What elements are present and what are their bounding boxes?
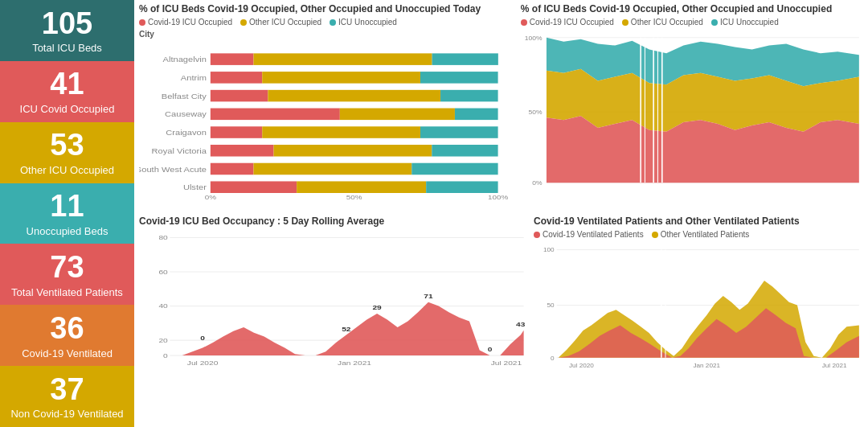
- legend-covid-icu-dot: [139, 19, 145, 26]
- stat-other-occupied-number: 53: [50, 129, 84, 162]
- stat-total-ventilated-number: 73: [50, 251, 84, 285]
- legend-br-other-dot: [652, 232, 658, 238]
- svg-rect-26: [211, 163, 254, 175]
- svg-rect-19: [455, 109, 498, 121]
- svg-rect-13: [420, 72, 498, 84]
- legend-icu-unoccupied: ICU Unoccupied: [330, 18, 397, 27]
- svg-text:Causeway: Causeway: [165, 111, 207, 118]
- bottom-right-svg: 100 50 0 Jul 2020 Jan 2021 Jul 2021: [534, 242, 863, 369]
- stat-covid-occupied-number: 41: [50, 68, 84, 101]
- svg-rect-21: [262, 126, 420, 138]
- svg-text:0: 0: [163, 352, 168, 359]
- stat-non-covid-ventilated-label: Non Covid-19 Ventilated: [10, 408, 123, 420]
- bottom-left-title: Covid-19 ICU Bed Occupancy : 5 Day Rolli…: [139, 216, 529, 227]
- svg-text:Jul 2020: Jul 2020: [187, 360, 219, 367]
- stat-other-occupied-label: Other ICU Occupied: [20, 164, 114, 176]
- svg-text:Craigavon: Craigavon: [166, 129, 207, 137]
- svg-rect-12: [262, 72, 420, 84]
- legend-other-icu-label: Other ICU Occupied: [249, 18, 321, 27]
- svg-text:Altnagelvin: Altnagelvin: [163, 56, 207, 64]
- svg-text:50%: 50%: [528, 109, 542, 117]
- svg-rect-28: [411, 163, 497, 175]
- svg-rect-14: [211, 90, 268, 102]
- city-filter-row: City: [139, 30, 516, 39]
- svg-text:71: 71: [424, 293, 432, 299]
- legend-tr-covid-dot: [521, 19, 527, 26]
- stat-covid-ventilated-number: 36: [50, 312, 84, 346]
- legend-br-covid: Covid-19 Ventilated Patients: [534, 230, 644, 239]
- svg-text:20: 20: [158, 337, 167, 343]
- legend-icu-unoccupied-label: ICU Unoccupied: [338, 18, 397, 27]
- legend-tr-other: Other ICU Occupied: [622, 18, 703, 27]
- sidebar: 105 Total ICU Beds 41 ICU Covid Occupied…: [0, 0, 134, 427]
- svg-text:29: 29: [372, 305, 381, 311]
- legend-br-other: Other Ventilated Patients: [652, 230, 750, 239]
- svg-rect-15: [268, 90, 440, 102]
- legend-tr-covid-label: Covid-19 ICU Occupied: [530, 18, 614, 27]
- stat-covid-occupied-label: ICU Covid Occupied: [20, 103, 115, 115]
- bottom-row: Covid-19 ICU Bed Occupancy : 5 Day Rolli…: [139, 216, 863, 424]
- svg-text:Jan 2021: Jan 2021: [693, 362, 720, 369]
- stat-non-covid-ventilated-number: 37: [50, 373, 84, 407]
- legend-tr-other-label: Other ICU Occupied: [631, 18, 703, 27]
- bottom-left-chart: Covid-19 ICU Bed Occupancy : 5 Day Rolli…: [139, 216, 529, 424]
- stat-non-covid-ventilated: 37 Non Covid-19 Ventilated: [0, 366, 134, 427]
- top-right-chart: % of ICU Beds Covid-19 Occupied, Other O…: [521, 3, 863, 212]
- svg-text:0%: 0%: [532, 179, 542, 187]
- bottom-right-chart: Covid-19 Ventilated Patients and Other V…: [534, 216, 863, 424]
- main-content: % of ICU Beds Covid-19 Occupied, Other O…: [134, 0, 868, 427]
- svg-rect-11: [211, 72, 262, 84]
- svg-text:40: 40: [158, 303, 167, 310]
- top-left-chart: % of ICU Beds Covid-19 Occupied, Other O…: [139, 3, 516, 212]
- svg-rect-8: [211, 53, 254, 65]
- stat-total-icu-number: 105: [42, 7, 92, 41]
- legend-other-icu-dot: [240, 19, 247, 26]
- top-left-chart-title: % of ICU Beds Covid-19 Occupied, Other O…: [139, 3, 516, 14]
- top-row: % of ICU Beds Covid-19 Occupied, Other O…: [139, 3, 863, 212]
- legend-other-icu: Other ICU Occupied: [240, 18, 321, 27]
- stat-unoccupied: 11 Unoccupied Beds: [0, 183, 134, 244]
- legend-covid-icu-label: Covid-19 ICU Occupied: [148, 18, 232, 27]
- stat-total-icu-label: Total ICU Beds: [32, 42, 102, 54]
- svg-text:Antrim: Antrim: [181, 74, 207, 81]
- svg-text:100%: 100%: [488, 194, 509, 200]
- svg-text:0: 0: [200, 335, 205, 341]
- svg-rect-18: [340, 109, 455, 121]
- svg-rect-24: [274, 145, 432, 157]
- bar-chart-svg: Altnagelvin Antrim Belfast City Causeway…: [139, 40, 516, 201]
- top-left-legend: Covid-19 ICU Occupied Other ICU Occupied…: [139, 18, 516, 27]
- stat-total-ventilated: 73 Total Ventilated Patients: [0, 244, 134, 305]
- bottom-right-title: Covid-19 Ventilated Patients and Other V…: [534, 216, 863, 227]
- svg-rect-25: [432, 145, 497, 157]
- stat-covid-occupied: 41 ICU Covid Occupied: [0, 61, 134, 122]
- stat-unoccupied-label: Unoccupied Beds: [27, 225, 108, 237]
- top-right-svg: 100% 50% 0%: [521, 30, 863, 187]
- legend-tr-covid: Covid-19 ICU Occupied: [521, 18, 614, 27]
- svg-text:Ulster: Ulster: [183, 184, 207, 191]
- svg-text:Royal Victoria: Royal Victoria: [152, 147, 207, 154]
- svg-text:43: 43: [516, 321, 525, 327]
- svg-text:0%: 0%: [205, 194, 217, 200]
- stat-unoccupied-number: 11: [50, 190, 84, 224]
- top-right-chart-title: % of ICU Beds Covid-19 Occupied, Other O…: [521, 3, 863, 14]
- svg-rect-9: [253, 53, 432, 65]
- legend-covid-icu: Covid-19 ICU Occupied: [139, 18, 232, 27]
- stat-total-ventilated-label: Total Ventilated Patients: [11, 286, 123, 298]
- svg-rect-31: [426, 181, 497, 193]
- stat-total-icu: 105 Total ICU Beds: [0, 0, 134, 61]
- stat-covid-ventilated: 36 Covid-19 Ventilated: [0, 305, 134, 366]
- svg-text:South West Acute: South West Acute: [139, 166, 207, 173]
- svg-text:Jul 2021: Jul 2021: [822, 362, 848, 369]
- svg-text:100%: 100%: [525, 35, 542, 42]
- svg-rect-20: [211, 126, 262, 138]
- svg-text:80: 80: [158, 235, 167, 241]
- svg-text:50%: 50%: [346, 194, 362, 200]
- stat-covid-ventilated-label: Covid-19 Ventilated: [22, 347, 113, 359]
- svg-rect-23: [211, 145, 274, 157]
- city-filter-label: City: [139, 30, 154, 39]
- svg-text:Belfast City: Belfast City: [162, 92, 207, 100]
- legend-br-covid-dot: [534, 232, 540, 238]
- top-right-legend: Covid-19 ICU Occupied Other ICU Occupied…: [521, 18, 863, 27]
- legend-icu-unoccupied-dot: [330, 19, 336, 26]
- svg-text:50: 50: [547, 302, 555, 310]
